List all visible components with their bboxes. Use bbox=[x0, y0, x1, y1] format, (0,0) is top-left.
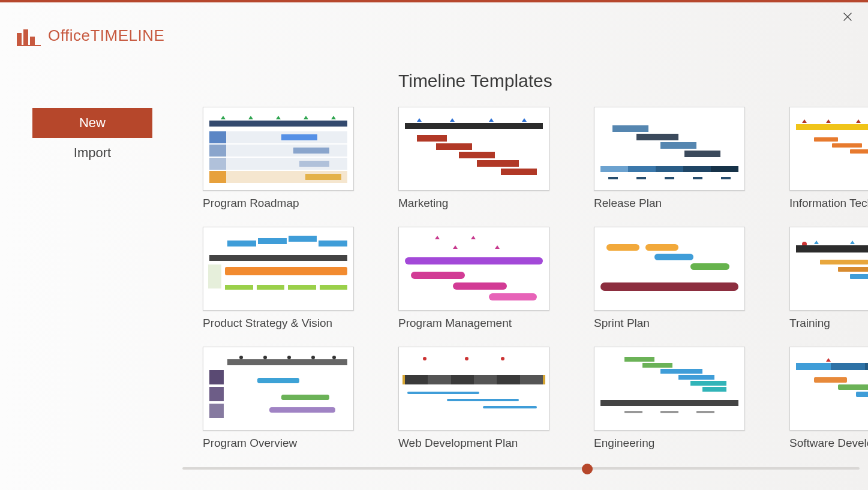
template-thumbnail bbox=[594, 347, 745, 431]
template-thumbnail bbox=[789, 227, 868, 311]
template-card-web-development-plan[interactable]: Web Development Plan bbox=[398, 347, 549, 450]
sidebar: New Import bbox=[32, 108, 152, 168]
template-label: Information Technology bbox=[789, 197, 868, 210]
template-grid: Program Roadmap Marketing Release Plan bbox=[203, 107, 868, 450]
content-area: Timeline Templates Program Roadmap Marke… bbox=[203, 71, 868, 466]
close-button[interactable] bbox=[840, 11, 855, 25]
template-thumbnail bbox=[789, 107, 868, 191]
sidebar-item-new[interactable]: New bbox=[32, 108, 152, 138]
template-card-training[interactable]: Training bbox=[789, 227, 868, 330]
template-card-sprint-plan[interactable]: Sprint Plan bbox=[594, 227, 745, 330]
template-thumbnail bbox=[789, 347, 868, 431]
template-thumbnail bbox=[594, 107, 745, 191]
template-label: Marketing bbox=[398, 197, 549, 210]
template-label: Release Plan bbox=[594, 197, 745, 210]
template-label: Program Management bbox=[398, 317, 549, 330]
template-card-information-technology[interactable]: Information Technology bbox=[789, 107, 868, 210]
template-card-program-roadmap[interactable]: Program Roadmap bbox=[203, 107, 354, 210]
scrollbar-track bbox=[182, 467, 860, 470]
window-top-accent bbox=[0, 0, 868, 2]
sidebar-item-label: Import bbox=[74, 145, 111, 161]
template-label: Web Development Plan bbox=[398, 437, 549, 450]
template-label: Program Overview bbox=[203, 437, 354, 450]
template-thumbnail bbox=[594, 227, 745, 311]
template-thumbnail bbox=[398, 347, 549, 431]
scrollbar-thumb[interactable] bbox=[582, 464, 593, 474]
template-card-program-overview[interactable]: Program Overview bbox=[203, 347, 354, 450]
template-thumbnail bbox=[203, 107, 354, 191]
sidebar-item-import[interactable]: Import bbox=[32, 138, 152, 168]
template-label: Training bbox=[789, 317, 868, 330]
template-label: Sprint Plan bbox=[594, 317, 745, 330]
template-thumbnail bbox=[203, 227, 354, 311]
section-title: Timeline Templates bbox=[398, 71, 868, 91]
sidebar-item-label: New bbox=[79, 115, 106, 131]
template-card-software-development[interactable]: Software Development bbox=[789, 347, 868, 450]
template-label: Product Strategy & Vision bbox=[203, 317, 354, 330]
template-card-product-strategy[interactable]: Product Strategy & Vision bbox=[203, 227, 354, 330]
template-thumbnail bbox=[203, 347, 354, 431]
template-card-marketing[interactable]: Marketing bbox=[398, 107, 549, 210]
template-label: Program Roadmap bbox=[203, 197, 354, 210]
close-icon bbox=[843, 12, 852, 24]
app-logo: OfficeTIMELINE bbox=[17, 26, 164, 45]
template-label: Software Development bbox=[789, 437, 868, 450]
template-card-release-plan[interactable]: Release Plan bbox=[594, 107, 745, 210]
timeline-bars-icon bbox=[17, 28, 41, 45]
horizontal-scrollbar[interactable] bbox=[182, 464, 860, 473]
template-card-engineering[interactable]: Engineering bbox=[594, 347, 745, 450]
template-card-program-management[interactable]: Program Management bbox=[398, 227, 549, 330]
template-thumbnail bbox=[398, 107, 549, 191]
template-label: Engineering bbox=[594, 437, 745, 450]
app-title: OfficeTIMELINE bbox=[48, 26, 164, 45]
template-thumbnail bbox=[398, 227, 549, 311]
